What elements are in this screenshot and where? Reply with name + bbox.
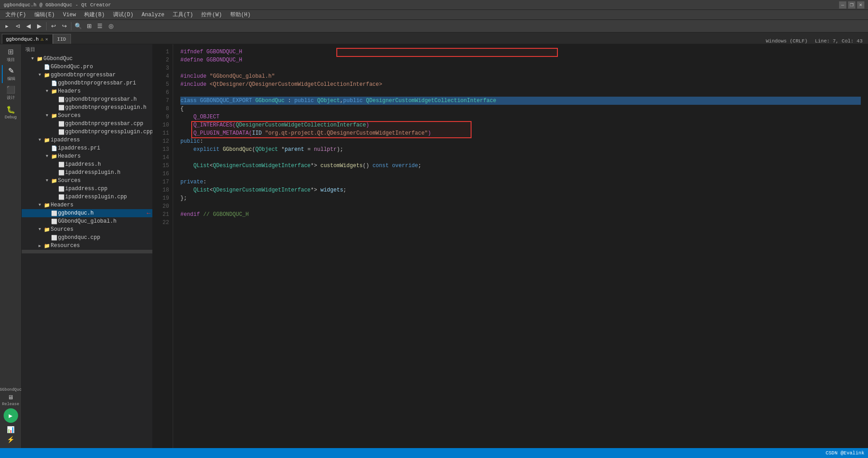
menu-view[interactable]: View [59,11,80,19]
token-1-1: #ifndef GGBONDQUC_H [180,49,242,55]
code-line-6 [180,89,861,97]
toolbar-btn-2[interactable]: ⊲ [13,21,23,31]
tree-item-progressplugin-cpp[interactable]: ⬜ ggbondbtnprogressplugin.cpp [22,128,152,136]
tree-label-ipaddress-h: ipaddress.h [65,161,101,168]
line-num-4: 4 [156,72,169,80]
code-line-4: #include "GGbondQuc_global.h" [180,72,861,80]
stop-button[interactable]: ⚡ [6,435,16,444]
menu-help[interactable]: 帮助(H) [226,10,255,19]
line-num-6: 6 [156,89,169,97]
tree-icon-progressplugin-cpp: ⬜ [58,129,65,135]
tree-item-progressbar-cpp[interactable]: ⬜ ggbondbtnprogressbar.cpp [22,120,152,128]
tree-item-progress-headers[interactable]: ▼ 📁 Headers [22,87,152,95]
token-17-1: private [180,179,203,185]
token-13-7: parent [284,146,304,153]
tree-item-ipaddress-headers[interactable]: ▼ 📁 Headers [22,152,152,160]
tab-ggbondquc-h[interactable]: ggbondquc.h ⚠ ✕ [2,34,53,44]
toolbar-sep-1 [46,22,47,30]
menu-edit[interactable]: 编辑(E) [31,10,59,19]
toolbar-btn-snapshot[interactable]: ◎ [106,21,116,31]
tree-label-ipaddress: ipaddress [51,137,80,143]
tab-iid[interactable]: IID [53,34,71,44]
tree-item-ipaddress-pri[interactable]: 📄 ipaddress.pri [22,144,152,152]
tree-item-progress-pri[interactable]: 📄 ggbondbtnprogressbar.pri [22,79,152,87]
token-21-1: #endif [180,211,203,218]
sidebar-scrollbar-h[interactable] [22,250,152,253]
tree-icon-progress-pri: 📄 [51,80,58,86]
tree-arrow-ipaddress-headers: ▼ [43,154,51,159]
tree-label-headers2: Headers [58,153,80,159]
tree-item-ipaddress-cpp[interactable]: ⬜ ipaddress.cpp [22,185,152,193]
code-line-15: QList<QDesignerCustomWidgetInterface*> c… [180,162,861,170]
code-line-22 [180,219,861,227]
tree-label-progressplugin-cpp: ggbondbtnprogressplugin.cpp [65,129,153,135]
tree-label-ggbondquc-global-h: GGbondQuc_global.h [58,218,117,224]
tree-item-ipaddress-sources[interactable]: ▼ 📁 Sources [22,177,152,185]
tree-folder-icon-progress: 📁 [43,72,51,78]
sidebar-icon-design[interactable]: ⬛ 设计 [2,84,20,102]
token-18-7: ; [343,187,346,193]
tree-item-resources[interactable]: ▶ 📁 Resources [22,242,152,250]
tree-icon-progressplugin-h: ⬜ [58,105,65,111]
tree-item-ggbondquc-cpp[interactable]: ⬜ ggbondquc.cpp [22,234,152,242]
token-11-3: IID [252,130,262,136]
sidebar-icon-debug[interactable]: 🐛 Debug [2,103,20,121]
menu-tools[interactable]: 工具(T) [169,10,197,19]
tree-label-pro: GGbondQuc.pro [51,64,93,70]
tab-close-1[interactable]: ✕ [45,37,48,42]
token-5-1: #include [180,81,210,88]
token-15-5: *> [311,163,321,169]
menu-debug[interactable]: 调试(D) [109,10,137,19]
tree-item-progress-sources[interactable]: ▼ 📁 Sources [22,112,152,120]
toolbar-btn-bookmark[interactable]: ☰ [95,21,105,31]
menu-widget[interactable]: 控件(W) [198,10,226,19]
toolbar-btn-search[interactable]: 🔍 [73,21,83,31]
run-button[interactable]: ▶ [4,408,18,423]
device-button[interactable]: 🖥 [6,392,16,402]
toolbar-btn-redo[interactable]: ↪ [59,21,69,31]
menu-build[interactable]: 构建(B) [80,10,108,19]
tree-item-ipaddress-h[interactable]: ⬜ ipaddress.h [22,160,152,168]
tree-item-progressplugin-h[interactable]: ⬜ ggbondbtnprogressplugin.h [22,103,152,112]
tree-item-ipaddressplugin-cpp[interactable]: ⬜ ipaddressplugin.cpp [22,193,152,201]
menu-analyze[interactable]: Analyze [138,11,168,19]
minimize-button[interactable]: ─ [839,1,846,9]
debug-run-button[interactable]: 📊 [6,425,16,435]
tree-item-ipaddressplugin-h[interactable]: ⬜ ipaddressplugin.h [22,168,152,177]
close-button[interactable]: ✕ [857,1,864,9]
title-bar-controls: ─ ❐ ✕ [839,1,864,9]
code-line-8: { [180,105,861,113]
tree-item-ggbondquc-pro[interactable]: 📄 GGbondQuc.pro [22,63,152,71]
menu-file[interactable]: 文件(F) [2,10,30,19]
token-11-1 [180,130,193,136]
token-2-1: #define GGBONDQUC_H [180,57,242,63]
design-icon: ⬛ [6,85,15,94]
tree-item-root-headers[interactable]: ▼ 📁 Headers [22,201,152,209]
tree-item-ipaddress-folder[interactable]: ▼ 📁 ipaddress [22,136,152,144]
toolbar-btn-grid[interactable]: ⊞ [84,21,94,31]
title-bar: ggbondquc.h @ GGbondQuc - Qt Creator ─ ❐… [0,0,868,10]
code-line-1: #ifndef GGBONDQUC_H [180,48,861,56]
code-editor[interactable]: 1 2 3 4 5 6 7 8 9 10 11 12 13 14 15 16 1… [153,44,868,448]
tree-folder-icon-headers2: 📁 [51,154,58,159]
code-content[interactable]: #ifndef GGBONDQUC_H #define GGBONDQUC_H … [173,44,868,448]
restore-button[interactable]: ❐ [848,1,855,9]
token-15-10: ; [418,163,421,169]
tree-item-ggbondquc-root[interactable]: ▼ 📁 GGbondQuc [22,55,152,63]
token-8-1: { [180,106,184,112]
toolbar-btn-forward[interactable]: ▶ [34,21,44,31]
tree-item-ggbondquc-global-h[interactable]: ⬜ GGbondQuc_global.h [22,217,152,225]
token-13-4: ( [252,146,255,153]
toolbar-btn-1[interactable]: ▸ [2,21,12,31]
tree-item-progress-folder[interactable]: ▼ 📁 ggbondbtnprogressbar [22,71,152,79]
tree-item-root-sources[interactable]: ▼ 📁 Sources [22,225,152,234]
sidebar-icon-project[interactable]: ⊞ 项目 [2,46,20,64]
toolbar-btn-back[interactable]: ◀ [24,21,33,31]
tree-item-progressbar-h[interactable]: ⬜ ggbondbtnprogressbar.h [22,95,152,103]
tree-item-ggbondquc-h[interactable]: ⬜ ggbondquc.h ← [22,209,152,217]
toolbar-btn-undo[interactable]: ↩ [48,21,58,31]
cursor-position: Line: 7, Col: 43 [811,38,866,44]
tree-label-progressbar-h: ggbondbtnprogressbar.h [65,96,137,103]
token-11-5: "org.qt-project.Qt.QDesignerCustomWidget… [265,130,428,136]
sidebar-icon-edit[interactable]: ✎ 编辑 [2,65,20,83]
